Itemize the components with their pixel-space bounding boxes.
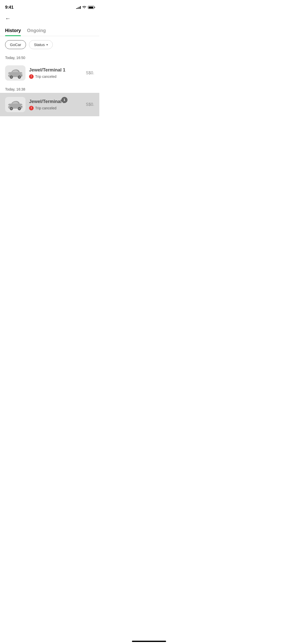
car-image-1: [5, 65, 25, 81]
tab-history[interactable]: History: [5, 25, 21, 36]
back-arrow-icon: ←: [5, 15, 11, 22]
status-time: 9:41: [5, 5, 13, 10]
car-icon-2: [6, 98, 24, 111]
trip-destination-2: Jewel/Terminal 1 1: [29, 99, 65, 104]
status-icons: [76, 6, 94, 9]
wifi-icon: [82, 6, 86, 9]
car-icon-1: [6, 67, 24, 79]
back-button[interactable]: ←: [0, 13, 99, 24]
svg-point-4: [19, 76, 20, 78]
filter-gocar[interactable]: GoCar: [5, 40, 26, 49]
svg-point-12: [19, 108, 20, 110]
trip-price-2: S$0.: [86, 102, 94, 107]
trip-status-1: ! Trip canceled: [29, 74, 82, 79]
filter-status[interactable]: Status ▾: [29, 40, 53, 49]
filter-bar: GoCar Status ▾: [0, 36, 99, 53]
battery-icon: [88, 6, 94, 9]
signal-strength-icon: [76, 6, 81, 9]
trip-info-2: Jewel/Terminal 1 1 ! Trip canceled: [29, 99, 82, 110]
trip-section-2: Today, 16:38: [0, 85, 99, 116]
tab-ongoing[interactable]: Ongoing: [27, 25, 46, 36]
svg-rect-15: [21, 106, 22, 107]
trip-destination-wrapper-2: Jewel/Terminal 1 1: [29, 99, 65, 106]
trip-status-2: ! Trip canceled: [29, 106, 82, 110]
chevron-down-icon: ▾: [46, 43, 48, 47]
trip-price-1: S$0.: [86, 71, 94, 75]
svg-point-2: [10, 76, 12, 78]
trip-section-1: Today, 16:50 Jewel: [0, 53, 99, 85]
car-image-2: [5, 97, 25, 112]
trip-card-1[interactable]: Jewel/Terminal 1 ! Trip canceled S$0.: [0, 61, 99, 85]
trip-info-1: Jewel/Terminal 1 ! Trip canceled: [29, 67, 82, 79]
trip-destination-1: Jewel/Terminal 1: [29, 67, 82, 73]
svg-point-10: [10, 108, 12, 110]
svg-rect-7: [21, 75, 22, 75]
notification-badge: 1: [61, 97, 67, 103]
cancel-icon-1: !: [29, 74, 34, 79]
trip-card-2[interactable]: Jewel/Terminal 1 1 ! Trip canceled S$0.: [0, 93, 99, 116]
trip-date-1: Today, 16:50: [0, 53, 99, 61]
svg-point-14: [8, 105, 9, 106]
svg-point-6: [8, 74, 9, 75]
status-bar: 9:41: [0, 0, 99, 13]
tab-bar: History Ongoing: [0, 25, 99, 36]
cancel-icon-2: !: [29, 106, 34, 110]
trip-date-2: Today, 16:38: [0, 85, 99, 93]
